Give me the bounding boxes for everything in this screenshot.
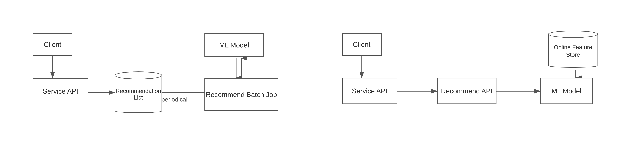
right-diagram: Client Service API Recommend API ML Mode… <box>322 0 644 164</box>
left-recommend-batch-job-box: Recommend Batch Job <box>204 78 278 111</box>
left-diagram: Client Service API ML Model Recommend Ba… <box>0 0 322 164</box>
right-service-api-box: Service API <box>342 78 398 104</box>
left-ml-model-box: ML Model <box>204 33 264 57</box>
right-ml-model-box: ML Model <box>540 78 593 104</box>
right-recommend-api-box: Recommend API <box>437 78 496 104</box>
left-client-box: Client <box>33 33 72 56</box>
left-periodical-label: periodical <box>162 96 188 103</box>
right-client-box: Client <box>342 33 382 56</box>
right-online-feature-store-cylinder: Online Feature Store <box>548 31 598 68</box>
diagram-container: Client Service API ML Model Recommend Ba… <box>0 0 644 164</box>
left-recommendation-list-cylinder: Recommendation List <box>115 71 162 113</box>
left-service-api-box: Service API <box>33 78 88 104</box>
